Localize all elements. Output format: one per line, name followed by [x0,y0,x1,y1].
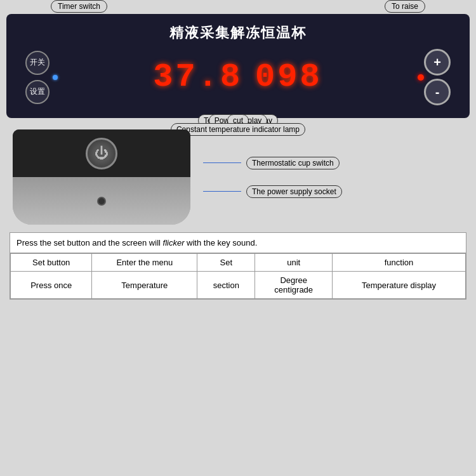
power-switch-btn[interactable]: 开关 [25,51,50,75]
device-title: 精液采集解冻恒温杯 [19,20,457,49]
cell-press-once: Press once [11,272,92,299]
socket-dot [97,197,106,206]
set-btn-label: 设置 [30,86,45,97]
cup-power-btn[interactable]: ⏻ [86,138,117,169]
table-section: Press the set button and the screen will… [10,232,466,300]
cup-device: ⏻ [13,129,190,225]
power-socket-label: The power supply socket [246,185,342,198]
col-set: Set [197,254,255,272]
cup-bottom [13,177,190,225]
instructions-table: Set button Enter the menu Set unit funct… [10,253,466,299]
connector-line-socket [203,191,241,192]
power-display: 098 [255,58,322,96]
cell-temp-display: Temperature display [333,272,466,299]
device-controls: 开关 设置 37.8 098 + - [19,49,457,105]
col-set-button: Set button [11,254,92,272]
power-socket-item: The power supply socket [203,185,463,198]
table-row: Press once Temperature section Degreecen… [11,272,466,299]
table-header-row: Set button Enter the menu Set unit funct… [11,254,466,272]
to-raise-label: To raise [385,0,425,13]
power-icon: ⏻ [95,145,109,162]
col-enter-menu: Enter the menu [92,254,197,272]
cup-top: ⏻ [13,129,190,177]
col-function: function [333,254,466,272]
cell-temperature: Temperature [92,272,197,299]
temperature-display: 37.8 [153,58,242,96]
display-area: 37.8 098 [58,58,418,96]
set-btn[interactable]: 设置 [25,80,50,104]
plus-minus-controls: + - [424,49,451,105]
flicker-text: flicker [163,238,185,248]
table-header: Press the set button and the screen will… [10,233,466,253]
cup-section: ⏻ Thermostatic cup switch The power supp… [13,129,463,225]
device-panel-wrapper: 精液采集解冻恒温杯 开关 设置 37.8 098 [0,14,476,123]
connector-line-switch [203,162,241,163]
cup-labels: Thermostatic cup switch The power supply… [190,157,463,198]
thermostatic-switch-item: Thermostatic cup switch [203,157,463,169]
cell-degree: Degreecentigrade [255,272,333,299]
blue-indicator-dot [53,75,58,80]
minus-btn[interactable]: - [424,79,451,105]
thermostatic-switch-label: Thermostatic cup switch [246,157,340,169]
top-labels-row: Timer switch To raise [0,0,476,13]
device-panel: 精液采集解冻恒温杯 开关 设置 37.8 098 [6,14,470,118]
cell-section: section [197,272,255,299]
col-unit: unit [255,254,333,272]
switch-btn-label: 开关 [30,57,45,68]
timer-switch-label: Timer switch [51,0,107,13]
plus-btn[interactable]: + [424,49,451,76]
red-indicator-dot [418,74,424,81]
